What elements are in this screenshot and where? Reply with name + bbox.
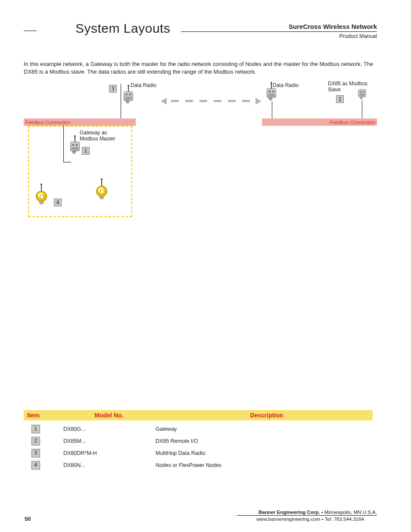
node-icon (34, 185, 48, 204)
data-radio-icon-right (265, 83, 278, 101)
doc-title: SureCross Wireless Network (289, 23, 377, 30)
node-icon (95, 180, 109, 199)
data-radio-icon-left (122, 86, 135, 104)
cell-desc: Nodes or FlexPower Nodes (152, 459, 373, 471)
connector-line (63, 125, 64, 162)
cell-model: DX80G... (60, 423, 152, 435)
num-box-1: 1 (82, 147, 90, 155)
fieldbus-label-left: Fieldbus Connection (25, 120, 71, 125)
intro-paragraph: In this example network, a Gateway is bo… (24, 60, 377, 75)
page-header: System Layouts SureCross Wireless Networ… (24, 24, 377, 43)
row-num: 1 (31, 425, 40, 433)
table-row: 4 DX80N... Nodes or FlexPower Nodes (24, 459, 373, 471)
rule-left (24, 31, 37, 31)
label-gateway-master: Gateway as Modbus Master (80, 130, 118, 142)
gateway-icon (68, 137, 81, 155)
section-title: System Layouts (75, 21, 170, 36)
fieldbus-label-right: Fieldbus Connection (330, 120, 375, 125)
th-model: Model No. (57, 412, 161, 419)
dx85-icon (357, 85, 367, 100)
page-number: 50 (25, 516, 31, 522)
table-row: 2 DX85M... DX85 Remote I/O (24, 435, 373, 447)
fieldbus-bar-right: Fieldbus Connection (262, 118, 377, 126)
th-desc: Description (161, 412, 373, 419)
footer-contact: www.bannerengineering.com • Tel: 763.544… (256, 516, 364, 522)
num-box-4: 4 (54, 199, 62, 206)
rule-header (181, 31, 377, 32)
row-num: 4 (31, 461, 40, 470)
cell-model: DX80N... (60, 459, 152, 471)
cell-desc: DX85 Remote I/O (152, 435, 373, 447)
network-diagram: 3 Data Radio Data Radio DX85 as Modbus S… (24, 81, 377, 228)
wireless-link-arrow (162, 96, 261, 105)
cell-model: DX80DR*M-H (60, 447, 152, 459)
cell-desc: MultiHop Data Radio (152, 447, 373, 459)
table-row: 1 DX80G... Gateway (24, 423, 373, 435)
footer-rule (237, 515, 377, 516)
cell-desc: Gateway (152, 423, 373, 435)
row-num: 2 (31, 437, 40, 445)
connector-line (362, 100, 362, 118)
footer-company: Banner Engineering Corp. • Minneapolis, … (258, 510, 377, 515)
fieldbus-bar-left: Fieldbus Connection (24, 118, 136, 126)
table-header: Item Model No. Description (24, 410, 373, 420)
num-box-3: 3 (109, 85, 117, 93)
doc-subtitle: Product Manual (339, 33, 377, 39)
footer-rule-short (364, 515, 377, 516)
connector-line (272, 101, 272, 118)
num-box-2: 2 (336, 95, 344, 103)
connector-line (63, 162, 71, 162)
connector-line (121, 84, 121, 118)
items-table: Item Model No. Description 1 DX80G... Ga… (24, 410, 373, 471)
table-row: 3 DX80DR*M-H MultiHop Data Radio (24, 447, 373, 459)
cell-model: DX85M... (60, 435, 152, 447)
row-num: 3 (31, 449, 40, 457)
th-item: Item (24, 412, 57, 419)
